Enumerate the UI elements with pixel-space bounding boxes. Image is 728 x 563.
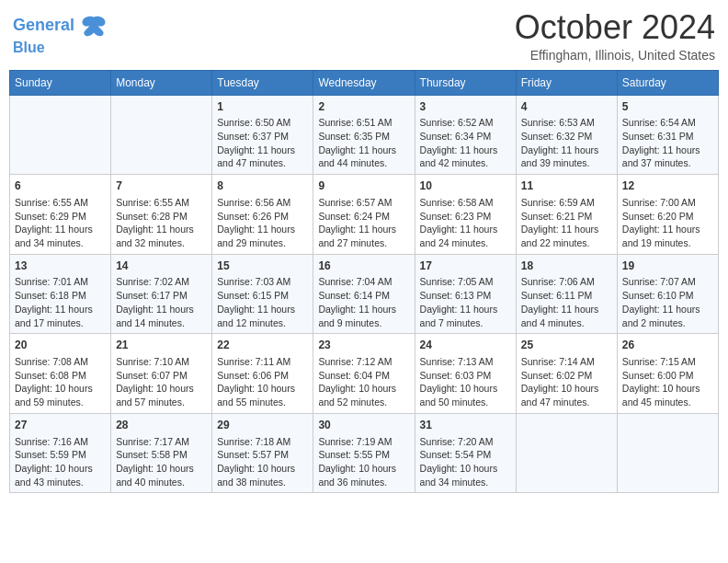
day-cell: 6Sunrise: 6:55 AMSunset: 6:29 PMDaylight… — [10, 175, 111, 255]
day-number: 7 — [116, 178, 207, 194]
day-number: 11 — [521, 178, 612, 194]
day-info: Sunset: 6:18 PM — [15, 289, 106, 303]
day-number: 24 — [420, 338, 511, 353]
day-cell: 16Sunrise: 7:04 AMSunset: 6:14 PMDayligh… — [313, 254, 415, 334]
day-info: Daylight: 10 hours and 43 minutes. — [15, 462, 106, 488]
day-info: Daylight: 10 hours and 50 minutes. — [420, 382, 511, 408]
day-number: 9 — [318, 178, 409, 194]
day-info: Sunrise: 7:16 AM — [15, 435, 106, 449]
week-row-3: 20Sunrise: 7:08 AMSunset: 6:08 PMDayligh… — [10, 334, 719, 414]
day-number: 22 — [217, 338, 308, 353]
day-info: Sunset: 6:03 PM — [420, 369, 511, 383]
day-info: Sunrise: 7:12 AM — [318, 355, 409, 369]
day-info: Sunrise: 7:00 AM — [622, 196, 713, 210]
day-cell: 21Sunrise: 7:10 AMSunset: 6:07 PMDayligh… — [111, 334, 212, 414]
day-info: Sunset: 6:04 PM — [318, 369, 409, 383]
logo-bird-icon — [81, 13, 107, 39]
day-number: 3 — [420, 99, 511, 115]
day-number: 1 — [217, 99, 308, 115]
day-info: Daylight: 11 hours and 47 minutes. — [217, 144, 308, 170]
day-info: Daylight: 10 hours and 34 minutes. — [420, 462, 511, 488]
day-info: Daylight: 11 hours and 24 minutes. — [420, 223, 511, 249]
day-cell: 31Sunrise: 7:20 AMSunset: 5:54 PMDayligh… — [415, 413, 516, 493]
header-friday: Friday — [516, 70, 617, 95]
day-info: Sunset: 5:57 PM — [217, 448, 308, 462]
day-info: Daylight: 11 hours and 14 minutes. — [116, 303, 207, 329]
day-info: Daylight: 10 hours and 47 minutes. — [521, 382, 612, 408]
week-row-2: 13Sunrise: 7:01 AMSunset: 6:18 PMDayligh… — [10, 254, 719, 334]
day-info: Sunrise: 7:03 AM — [217, 275, 308, 289]
day-info: Sunset: 5:54 PM — [420, 448, 511, 462]
day-number: 13 — [15, 259, 106, 274]
day-number: 19 — [622, 259, 713, 274]
day-number: 26 — [622, 338, 713, 353]
day-cell: 10Sunrise: 6:58 AMSunset: 6:23 PMDayligh… — [415, 175, 516, 255]
day-number: 30 — [318, 418, 409, 433]
day-number: 25 — [521, 338, 612, 353]
day-info: Sunrise: 6:51 AM — [318, 116, 409, 130]
day-info: Sunset: 6:29 PM — [15, 210, 106, 224]
week-row-4: 27Sunrise: 7:16 AMSunset: 5:59 PMDayligh… — [10, 413, 719, 493]
day-cell: 11Sunrise: 6:59 AMSunset: 6:21 PMDayligh… — [516, 175, 617, 255]
day-cell — [111, 95, 212, 175]
day-info: Sunset: 6:32 PM — [521, 130, 612, 144]
day-info: Sunset: 6:00 PM — [622, 369, 713, 383]
day-cell: 2Sunrise: 6:51 AMSunset: 6:35 PMDaylight… — [313, 95, 415, 175]
day-info: Sunset: 6:34 PM — [420, 130, 511, 144]
day-info: Sunset: 6:17 PM — [116, 289, 207, 303]
day-info: Daylight: 11 hours and 39 minutes. — [521, 144, 612, 170]
day-number: 10 — [420, 178, 511, 194]
day-number: 31 — [420, 418, 511, 433]
day-info: Daylight: 11 hours and 4 minutes. — [521, 303, 612, 329]
header-row: SundayMondayTuesdayWednesdayThursdayFrid… — [10, 70, 719, 95]
day-cell — [10, 95, 111, 175]
day-number: 27 — [15, 418, 106, 433]
day-cell: 20Sunrise: 7:08 AMSunset: 6:08 PMDayligh… — [10, 334, 111, 414]
day-number: 14 — [116, 259, 207, 274]
day-info: Sunset: 6:31 PM — [622, 130, 713, 144]
day-info: Sunrise: 6:56 AM — [217, 196, 308, 210]
day-cell: 3Sunrise: 6:52 AMSunset: 6:34 PMDaylight… — [415, 95, 516, 175]
day-info: Sunset: 6:24 PM — [318, 210, 409, 224]
day-info: Sunrise: 7:18 AM — [217, 435, 308, 449]
day-info: Sunrise: 7:13 AM — [420, 355, 511, 369]
day-info: Sunrise: 7:02 AM — [116, 275, 207, 289]
day-number: 23 — [318, 338, 409, 353]
day-cell: 29Sunrise: 7:18 AMSunset: 5:57 PMDayligh… — [212, 413, 313, 493]
day-info: Sunrise: 7:01 AM — [15, 275, 106, 289]
day-number: 4 — [521, 99, 612, 115]
day-info: Sunrise: 7:20 AM — [420, 435, 511, 449]
header-monday: Monday — [111, 70, 212, 95]
day-cell — [516, 413, 617, 493]
day-info: Sunset: 6:35 PM — [318, 130, 409, 144]
day-info: Sunrise: 7:04 AM — [318, 275, 409, 289]
day-info: Daylight: 10 hours and 40 minutes. — [116, 462, 207, 488]
day-info: Sunrise: 6:58 AM — [420, 196, 511, 210]
day-cell: 14Sunrise: 7:02 AMSunset: 6:17 PMDayligh… — [111, 254, 212, 334]
day-info: Daylight: 11 hours and 32 minutes. — [116, 223, 207, 249]
day-info: Sunset: 6:21 PM — [521, 210, 612, 224]
day-number: 21 — [116, 338, 207, 353]
header-thursday: Thursday — [415, 70, 516, 95]
logo: General Blue — [13, 13, 107, 57]
header-tuesday: Tuesday — [212, 70, 313, 95]
day-info: Daylight: 11 hours and 37 minutes. — [622, 144, 713, 170]
day-info: Daylight: 10 hours and 57 minutes. — [116, 382, 207, 408]
day-cell: 18Sunrise: 7:06 AMSunset: 6:11 PMDayligh… — [516, 254, 617, 334]
day-info: Sunrise: 7:14 AM — [521, 355, 612, 369]
day-info: Daylight: 11 hours and 44 minutes. — [318, 144, 409, 170]
logo-line2: Blue — [13, 40, 45, 55]
day-info: Sunset: 6:02 PM — [521, 369, 612, 383]
day-cell: 22Sunrise: 7:11 AMSunset: 6:06 PMDayligh… — [212, 334, 313, 414]
header-wednesday: Wednesday — [313, 70, 415, 95]
day-info: Sunset: 6:15 PM — [217, 289, 308, 303]
day-cell: 12Sunrise: 7:00 AMSunset: 6:20 PMDayligh… — [617, 175, 718, 255]
day-info: Sunset: 5:58 PM — [116, 448, 207, 462]
day-info: Sunrise: 6:52 AM — [420, 116, 511, 130]
day-info: Sunset: 6:20 PM — [622, 210, 713, 224]
week-row-1: 6Sunrise: 6:55 AMSunset: 6:29 PMDaylight… — [10, 175, 719, 255]
day-info: Sunset: 6:23 PM — [420, 210, 511, 224]
day-cell: 27Sunrise: 7:16 AMSunset: 5:59 PMDayligh… — [10, 413, 111, 493]
title-block: October 2024 Effingham, Illinois, United… — [515, 9, 715, 63]
day-info: Sunrise: 6:53 AM — [521, 116, 612, 130]
